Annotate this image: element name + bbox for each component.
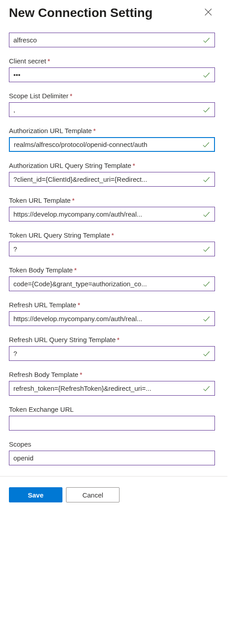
- auth-url-query-template-field: Authorization URL Query String Template*: [9, 162, 215, 187]
- auth-url-template-label: Authorization URL Template*: [9, 127, 215, 134]
- client-id-input-wrapper: [9, 33, 215, 47]
- auth-url-query-template-input[interactable]: [9, 172, 214, 186]
- token-exchange-url-input[interactable]: [9, 416, 214, 430]
- token-exchange-url-label: Token Exchange URL: [9, 406, 215, 413]
- token-body-template-field: Token Body Template*: [9, 266, 215, 291]
- required-indicator: *: [72, 197, 74, 204]
- client-id-input[interactable]: [9, 33, 214, 47]
- auth-url-query-template-input-wrapper: [9, 172, 215, 187]
- token-url-query-template-label: Token URL Query String Template*: [9, 231, 215, 239]
- auth-url-query-template-label: Authorization URL Query String Template*: [9, 162, 215, 169]
- token-url-query-template-input[interactable]: [9, 242, 214, 256]
- refresh-url-template-input-wrapper: [9, 311, 215, 326]
- required-indicator: *: [78, 301, 80, 309]
- client-secret-field: Client secret*: [9, 57, 215, 82]
- scope-list-delimiter-field: Scope List Delimiter*: [9, 92, 215, 117]
- scopes-input-wrapper: [9, 451, 215, 465]
- scope-list-delimiter-label: Scope List Delimiter*: [9, 92, 215, 100]
- token-exchange-url-input-wrapper: [9, 416, 215, 431]
- refresh-url-template-label: Refresh URL Template*: [9, 301, 215, 309]
- refresh-url-query-template-input[interactable]: [9, 347, 214, 360]
- client-secret-input[interactable]: [9, 68, 214, 82]
- required-indicator: *: [93, 127, 96, 134]
- scopes-input[interactable]: [9, 451, 214, 465]
- refresh-url-query-template-field: Refresh URL Query String Template*: [9, 336, 215, 361]
- refresh-url-query-template-label: Refresh URL Query String Template*: [9, 336, 215, 343]
- panel-title: New Connection Setting: [9, 6, 153, 20]
- close-icon: [203, 7, 213, 18]
- client-secret-label: Client secret*: [9, 57, 215, 65]
- client-secret-input-wrapper: [9, 67, 215, 82]
- token-body-template-label: Token Body Template*: [9, 266, 215, 274]
- required-indicator: *: [74, 266, 77, 274]
- token-url-query-template-input-wrapper: [9, 242, 215, 256]
- refresh-body-template-input[interactable]: [9, 381, 214, 395]
- scopes-label: Scopes: [9, 440, 215, 448]
- scope-list-delimiter-input[interactable]: [9, 103, 214, 117]
- token-exchange-url-field: Token Exchange URL: [9, 406, 215, 431]
- close-button[interactable]: [202, 5, 215, 20]
- token-url-template-input[interactable]: [9, 207, 214, 221]
- required-indicator: *: [70, 92, 72, 100]
- token-url-template-label: Token URL Template*: [9, 197, 215, 204]
- token-body-template-input[interactable]: [9, 277, 214, 291]
- required-indicator: *: [111, 231, 114, 239]
- panel-footer: Save Cancel: [9, 477, 215, 513]
- refresh-body-template-field: Refresh Body Template*: [9, 371, 215, 396]
- cancel-button[interactable]: Cancel: [66, 487, 120, 502]
- refresh-body-template-label: Refresh Body Template*: [9, 371, 215, 378]
- refresh-body-template-input-wrapper: [9, 381, 215, 396]
- token-url-template-field: Token URL Template*: [9, 197, 215, 222]
- required-indicator: *: [117, 336, 120, 343]
- client-id-field: [9, 33, 215, 47]
- refresh-url-template-input[interactable]: [9, 312, 214, 326]
- token-body-template-input-wrapper: [9, 276, 215, 291]
- panel-header: New Connection Setting: [9, 5, 215, 20]
- required-indicator: *: [80, 371, 82, 378]
- scope-list-delimiter-input-wrapper: [9, 102, 215, 117]
- connection-setting-panel: New Connection Setting Client secret* S: [0, 0, 224, 513]
- auth-url-template-field: Authorization URL Template*: [9, 127, 215, 152]
- required-indicator: *: [47, 57, 50, 65]
- auth-url-template-input-wrapper: [9, 137, 215, 152]
- refresh-url-template-field: Refresh URL Template*: [9, 301, 215, 326]
- scopes-field: Scopes: [9, 440, 215, 465]
- token-url-template-input-wrapper: [9, 207, 215, 222]
- auth-url-template-input[interactable]: [10, 138, 214, 151]
- save-button[interactable]: Save: [9, 487, 62, 502]
- token-url-query-template-field: Token URL Query String Template*: [9, 231, 215, 256]
- refresh-url-query-template-input-wrapper: [9, 346, 215, 361]
- required-indicator: *: [132, 162, 135, 169]
